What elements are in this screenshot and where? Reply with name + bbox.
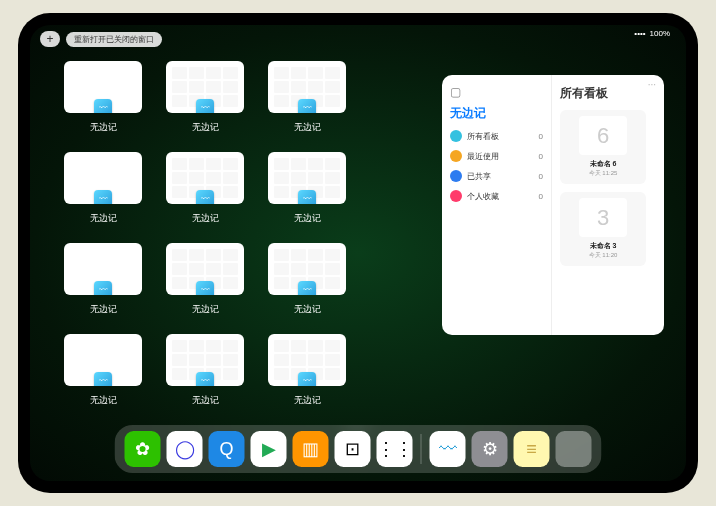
panel-sidebar-icon: ▢	[450, 85, 543, 99]
window-label: 无边记	[192, 394, 219, 407]
sidebar-item-count: 0	[539, 152, 543, 161]
ipad-frame: •••• 100% + 重新打开已关闭的窗口 无边记无边记无边记无边记无边记无边…	[18, 13, 698, 493]
board-item[interactable]: 6未命名 6今天 11:25	[560, 110, 646, 184]
window-expose-grid: 无边记无边记无边记无边记无边记无边记无边记无边记无边记无边记无边记无边记	[64, 61, 424, 407]
sidebar-item-label: 所有看板	[467, 131, 499, 142]
top-controls: + 重新打开已关闭的窗口	[40, 31, 162, 47]
panel-app-title: 无边记	[450, 105, 543, 122]
window-label: 无边记	[294, 394, 321, 407]
board-date: 今天 11:25	[589, 169, 618, 178]
sidebar-item-count: 0	[539, 172, 543, 181]
thumb	[64, 243, 142, 295]
window-thumb[interactable]: 无边记	[166, 243, 244, 316]
dock-settings-icon[interactable]: ⚙	[472, 431, 508, 467]
freeform-icon	[94, 281, 112, 295]
signal-icon: ••••	[634, 29, 645, 38]
dock-freeform-icon[interactable]: 〰	[430, 431, 466, 467]
screen: •••• 100% + 重新打开已关闭的窗口 无边记无边记无边记无边记无边记无边…	[30, 25, 686, 481]
window-thumb[interactable]: 无边记	[166, 152, 244, 225]
thumb	[268, 243, 346, 295]
panel-main-title: 所有看板	[560, 85, 656, 102]
board-name: 未命名 6	[590, 159, 617, 169]
thumb	[64, 61, 142, 113]
freeform-icon	[298, 372, 316, 386]
window-thumb[interactable]: 无边记	[64, 243, 142, 316]
panel-main: ··· 所有看板 6未命名 6今天 11:253未命名 3今天 11:20	[552, 75, 664, 335]
freeform-panel: ▢ 无边记 所有看板0最近使用0已共享0个人收藏0 ··· 所有看板 6未命名 …	[442, 75, 664, 335]
freeform-icon	[196, 99, 214, 113]
thumb	[166, 61, 244, 113]
window-thumb[interactable]: 无边记	[268, 334, 346, 407]
window-thumb[interactable]: 无边记	[64, 334, 142, 407]
window-label: 无边记	[90, 303, 117, 316]
category-icon	[450, 170, 462, 182]
dock-video-icon[interactable]: ▶	[251, 431, 287, 467]
window-thumb[interactable]: 无边记	[166, 334, 244, 407]
dock-folder[interactable]	[556, 431, 592, 467]
window-thumb[interactable]: 无边记	[64, 61, 142, 134]
sidebar-item-label: 最近使用	[467, 151, 499, 162]
window-label: 无边记	[192, 212, 219, 225]
window-thumb[interactable]: 无边记	[268, 243, 346, 316]
window-label: 无边记	[294, 121, 321, 134]
window-label: 无边记	[294, 303, 321, 316]
dock-books-icon[interactable]: ▥	[293, 431, 329, 467]
reopen-closed-button[interactable]: 重新打开已关闭的窗口	[66, 32, 162, 47]
more-icon[interactable]: ···	[648, 79, 656, 90]
board-thumb: 3	[579, 198, 627, 237]
category-icon	[450, 130, 462, 142]
dock-notes-icon[interactable]: ≡	[514, 431, 550, 467]
dock-qq-browser-icon[interactable]: Q	[209, 431, 245, 467]
freeform-icon	[94, 372, 112, 386]
thumb	[268, 152, 346, 204]
dock: ✿◯Q▶▥⊡⋮⋮〰⚙≡	[115, 425, 602, 473]
window-thumb[interactable]: 无边记	[166, 61, 244, 134]
sidebar-item[interactable]: 所有看板0	[450, 130, 543, 142]
thumb	[268, 61, 346, 113]
status-bar: •••• 100%	[634, 29, 670, 38]
freeform-icon	[298, 99, 316, 113]
thumb	[166, 243, 244, 295]
thumb	[64, 152, 142, 204]
freeform-icon	[94, 190, 112, 204]
board-item[interactable]: 3未命名 3今天 11:20	[560, 192, 646, 266]
dock-dice-icon[interactable]: ⊡	[335, 431, 371, 467]
panel-sidebar: ▢ 无边记 所有看板0最近使用0已共享0个人收藏0	[442, 75, 552, 335]
window-label: 无边记	[294, 212, 321, 225]
sidebar-item-count: 0	[539, 132, 543, 141]
thumb	[166, 334, 244, 386]
battery-text: 100%	[650, 29, 670, 38]
window-label: 无边记	[192, 121, 219, 134]
window-thumb[interactable]: 无边记	[268, 61, 346, 134]
freeform-icon	[196, 190, 214, 204]
dock-quark-icon[interactable]: ◯	[167, 431, 203, 467]
window-label: 无边记	[90, 394, 117, 407]
window-thumb[interactable]: 无边记	[64, 152, 142, 225]
dock-node-icon[interactable]: ⋮⋮	[377, 431, 413, 467]
board-thumb: 6	[579, 116, 627, 155]
freeform-icon	[196, 372, 214, 386]
dock-separator	[421, 434, 422, 464]
window-label: 无边记	[90, 121, 117, 134]
board-name: 未命名 3	[590, 241, 617, 251]
dock-wechat-icon[interactable]: ✿	[125, 431, 161, 467]
sidebar-item[interactable]: 已共享0	[450, 170, 543, 182]
sidebar-item-label: 个人收藏	[467, 191, 499, 202]
board-date: 今天 11:20	[589, 251, 618, 260]
freeform-icon	[196, 281, 214, 295]
thumb	[166, 152, 244, 204]
freeform-icon	[298, 281, 316, 295]
thumb	[64, 334, 142, 386]
sidebar-item-count: 0	[539, 192, 543, 201]
freeform-icon	[298, 190, 316, 204]
add-window-button[interactable]: +	[40, 31, 60, 47]
sidebar-item[interactable]: 最近使用0	[450, 150, 543, 162]
window-label: 无边记	[90, 212, 117, 225]
thumb	[268, 334, 346, 386]
sidebar-item[interactable]: 个人收藏0	[450, 190, 543, 202]
category-icon	[450, 150, 462, 162]
category-icon	[450, 190, 462, 202]
window-label: 无边记	[192, 303, 219, 316]
window-thumb[interactable]: 无边记	[268, 152, 346, 225]
sidebar-item-label: 已共享	[467, 171, 491, 182]
